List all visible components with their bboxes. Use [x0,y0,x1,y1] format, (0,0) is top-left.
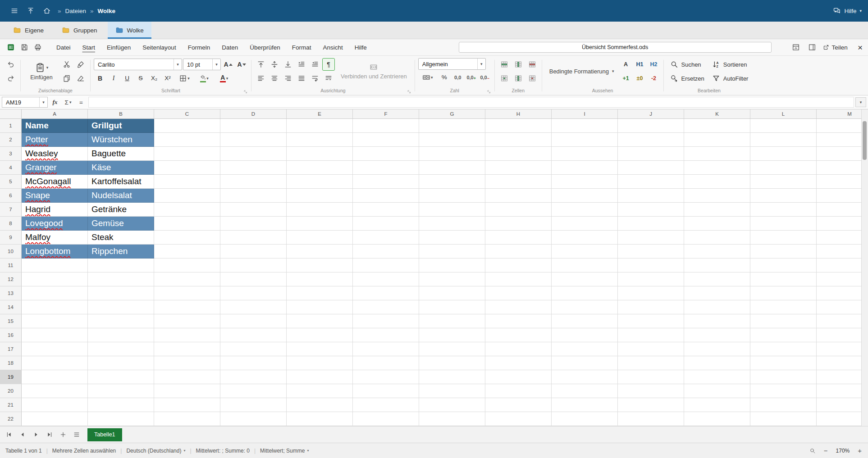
row-header-8[interactable]: 8 [0,217,22,231]
superscript-button[interactable]: X² [161,72,174,85]
cell-M8[interactable] [817,217,868,231]
format-paintbrush-button[interactable] [74,58,87,71]
column-header-J[interactable]: J [618,109,684,118]
cell-L8[interactable] [750,217,817,231]
cell-H3[interactable] [485,147,552,161]
cell-I4[interactable] [552,161,618,175]
cell-A8[interactable]: Lovegood [22,217,88,231]
cell-C11[interactable] [154,258,220,272]
next-sheet-button[interactable] [30,428,42,441]
cell-D4[interactable] [220,161,287,175]
cell-B13[interactable] [88,286,154,300]
cell-G20[interactable] [419,384,485,398]
first-sheet-button[interactable] [3,428,15,441]
cell-E10[interactable] [287,245,353,258]
cell-L4[interactable] [750,161,817,175]
cell-D9[interactable] [220,231,287,245]
cell-E6[interactable] [287,189,353,203]
cell-H14[interactable] [485,300,552,314]
underline-button[interactable]: U [121,72,133,85]
column-header-H[interactable]: H [485,109,552,118]
cell-I8[interactable] [552,217,618,231]
delete-decimal-button[interactable]: 0,0− [479,71,491,84]
cell-J6[interactable] [618,189,684,203]
cell-F12[interactable] [353,272,419,286]
cell-E5[interactable] [287,175,353,189]
cell-B7[interactable]: Getränke [88,203,154,217]
cell-G8[interactable] [419,217,485,231]
cell-H6[interactable] [485,189,552,203]
align-left-button[interactable] [255,72,267,85]
cell-L1[interactable] [750,119,817,133]
align-bottom-button[interactable] [282,58,294,71]
share-button[interactable]: Teilen [823,44,848,51]
cell-B15[interactable] [88,314,154,328]
cell-B21[interactable] [88,398,154,412]
strikethrough-button[interactable]: S [134,72,147,85]
font-color-button[interactable]: A ▾ [215,72,233,85]
cell-L11[interactable] [750,258,817,272]
cell-L3[interactable] [750,147,817,161]
column-header-L[interactable]: L [750,109,817,118]
row-header-11[interactable]: 11 [0,258,22,272]
row-header-14[interactable]: 14 [0,300,22,314]
cell-L12[interactable] [750,272,817,286]
cell-A1[interactable]: Name [22,119,88,133]
row-header-3[interactable]: 3 [0,147,22,161]
cell-L2[interactable] [750,133,817,147]
status-item-3[interactable]: Mittelwert: ; Summe: 0 [196,448,250,454]
cell-F11[interactable] [353,258,419,272]
cell-M20[interactable] [817,384,868,398]
column-header-C[interactable]: C [154,109,220,118]
row-header-6[interactable]: 6 [0,189,22,203]
cell-K17[interactable] [684,342,750,356]
cell-L19[interactable] [750,370,817,384]
formatting-marks-toggle[interactable]: ¶ [322,58,335,71]
cell-G21[interactable] [419,398,485,412]
cell-A13[interactable] [22,286,88,300]
cell-G6[interactable] [419,189,485,203]
cell-F4[interactable] [353,161,419,175]
cell-L7[interactable] [750,203,817,217]
clear-formatting-button[interactable] [74,72,87,85]
search-button[interactable]: Suchen [667,58,708,71]
cell-K16[interactable] [684,328,750,342]
row-header-1[interactable]: 1 [0,119,22,133]
cell-K5[interactable] [684,175,750,189]
cell-K13[interactable] [684,286,750,300]
cell-A14[interactable] [22,300,88,314]
cell-J13[interactable] [618,286,684,300]
column-header-F[interactable]: F [353,109,419,118]
cell-M15[interactable] [817,314,868,328]
cell-F16[interactable] [353,328,419,342]
cell-E7[interactable] [287,203,353,217]
sidebar-toggle-button[interactable] [807,42,818,53]
cell-G19[interactable] [419,370,485,384]
cell-D13[interactable] [220,286,287,300]
cell-L15[interactable] [750,314,817,328]
row-header-17[interactable]: 17 [0,342,22,356]
cell-M1[interactable] [817,119,868,133]
cell-E3[interactable] [287,147,353,161]
function-wizard-button[interactable]: fx [49,97,61,108]
cell-A19[interactable] [22,370,88,384]
cell-E9[interactable] [287,231,353,245]
cell-I10[interactable] [552,245,618,258]
cell-E17[interactable] [287,342,353,356]
cell-I5[interactable] [552,175,618,189]
folder-up-button[interactable] [23,3,39,19]
cell-C9[interactable] [154,231,220,245]
cell-E13[interactable] [287,286,353,300]
cell-G12[interactable] [419,272,485,286]
select-all-corner[interactable] [0,109,22,118]
cell-E15[interactable] [287,314,353,328]
shrink-font-button[interactable]: A [235,58,248,71]
cell-C6[interactable] [154,189,220,203]
cell-C13[interactable] [154,286,220,300]
cell-C5[interactable] [154,175,220,189]
cell-H8[interactable] [485,217,552,231]
cell-K9[interactable] [684,231,750,245]
zoom-in-button[interactable]: + [857,447,863,454]
cell-B9[interactable]: Steak [88,231,154,245]
cell-E22[interactable] [287,412,353,426]
